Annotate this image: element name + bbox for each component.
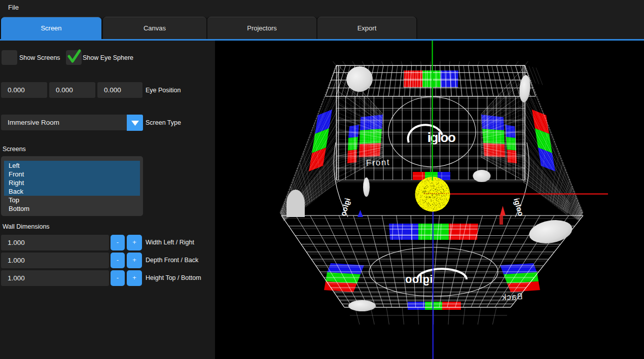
svg-text:igloo: igloo <box>512 197 525 217</box>
svg-text:igloo: igloo <box>427 130 455 145</box>
svg-text:Front: Front <box>366 157 390 168</box>
svg-text:Back: Back <box>501 292 523 302</box>
